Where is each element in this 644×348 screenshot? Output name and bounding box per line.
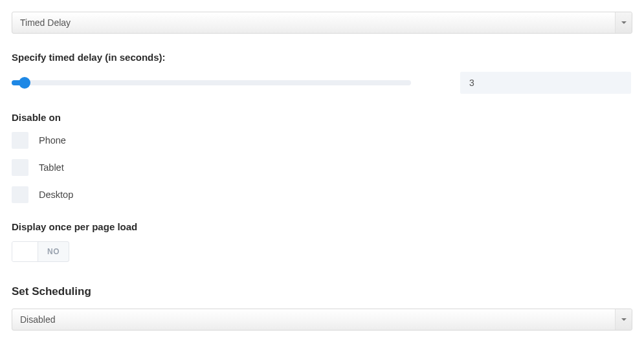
disable-on-list: Phone Tablet Desktop [12, 132, 632, 203]
disable-on-tablet-row: Tablet [12, 159, 632, 176]
chevron-down-icon [615, 309, 632, 330]
disable-desktop-checkbox[interactable] [12, 186, 28, 203]
disable-on-label: Disable on [12, 112, 632, 123]
display-once-label: Display once per page load [12, 221, 632, 232]
slider-rail [12, 80, 411, 85]
disable-on-desktop-row: Desktop [12, 186, 632, 203]
delay-value-display: 3 [460, 72, 631, 94]
disable-desktop-label: Desktop [39, 190, 73, 200]
display-once-toggle[interactable]: NO [12, 241, 69, 262]
chevron-down-icon [615, 12, 632, 33]
disable-phone-label: Phone [39, 135, 66, 146]
disable-tablet-checkbox[interactable] [12, 159, 28, 176]
slider-thumb[interactable] [19, 77, 30, 89]
delay-control-row: 3 [12, 72, 632, 94]
disable-phone-checkbox[interactable] [12, 132, 28, 149]
scheduling-select[interactable]: Disabled [12, 309, 632, 331]
disable-tablet-label: Tablet [39, 162, 64, 173]
toggle-state-label: NO [38, 247, 69, 256]
scheduling-label: Set Scheduling [12, 285, 632, 298]
trigger-type-select[interactable]: Timed Delay [12, 12, 632, 34]
delay-slider[interactable] [12, 76, 411, 89]
delay-label: Specify timed delay (in seconds): [12, 52, 632, 63]
trigger-type-value: Timed Delay [20, 17, 624, 28]
toggle-handle [12, 242, 38, 261]
disable-on-phone-row: Phone [12, 132, 632, 149]
scheduling-value: Disabled [20, 314, 624, 325]
